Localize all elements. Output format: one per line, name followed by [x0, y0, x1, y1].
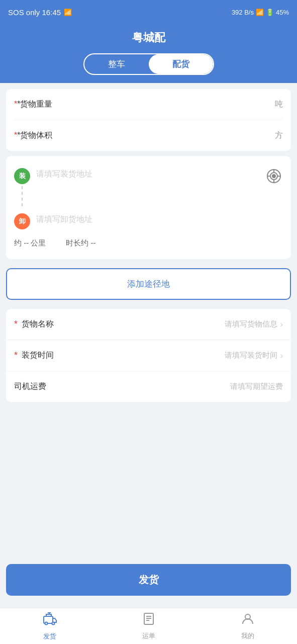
- distance-text: 约 -- 公里: [14, 238, 46, 248]
- nav-orders-label: 运单: [142, 631, 155, 640]
- driver-fee-label: 司机运费: [14, 381, 46, 392]
- load-time-row[interactable]: * 装货时间 请填写装货时间 ›: [6, 340, 291, 371]
- tab-container: 整车 配货: [0, 53, 297, 83]
- load-time-required: *: [14, 350, 18, 361]
- weight-row[interactable]: **货物重量 吨: [14, 89, 283, 120]
- app-header: 粤城配: [0, 24, 297, 53]
- unload-address-row: 卸 请填写卸货地址: [14, 209, 283, 231]
- info-card: * 货物名称 请填写货物信息 › * 装货时间 请填写装货时间 › 司机运费: [6, 309, 291, 402]
- driver-fee-row[interactable]: 司机运费 请填写期望运费: [6, 371, 291, 402]
- submit-area: 发货: [0, 558, 297, 602]
- nav-shipping-label: 发货: [43, 632, 56, 641]
- status-bar: SOS only 16:45 📶 392 B/s 📶 🔋 45%: [0, 0, 297, 24]
- status-right: 392 B/s 📶 🔋 45%: [232, 9, 289, 16]
- volume-row[interactable]: **货物体积 方: [14, 120, 283, 151]
- unload-address-input[interactable]: 请填写卸货地址: [36, 212, 283, 225]
- nav-item-profile[interactable]: 我的: [198, 608, 297, 644]
- load-address-row: 装 请填写装货地址: [14, 164, 283, 209]
- unload-address-placeholder: 请填写卸货地址: [36, 213, 92, 223]
- weight-unit: 吨: [275, 99, 283, 110]
- cargo-name-required: *: [14, 319, 18, 330]
- load-badge: 装: [14, 168, 30, 184]
- load-time-label: * 装货时间: [14, 350, 54, 361]
- driver-fee-label-text: 司机运费: [14, 381, 46, 392]
- volume-label-text: *货物体积: [17, 131, 52, 139]
- battery-level: 45%: [276, 9, 289, 16]
- volume-unit: 方: [275, 130, 283, 141]
- main-content: **货物重量 吨 **货物体积 方 装 请填写装货地址: [0, 83, 297, 608]
- load-time-value: 请填写装货时间 ›: [225, 351, 283, 360]
- nav-item-shipping[interactable]: 发货: [0, 608, 99, 644]
- tab-cargo[interactable]: 配货: [149, 54, 213, 74]
- cargo-name-label: * 货物名称: [14, 319, 54, 330]
- nav-shipping-icon: [42, 611, 57, 630]
- address-card: 装 请填写装货地址: [6, 156, 291, 259]
- load-time-placeholder: 请填写装货时间: [225, 351, 277, 360]
- network-speed: 392 B/s: [232, 9, 254, 16]
- driver-fee-value: 请填写期望运费: [230, 382, 283, 391]
- nav-profile-label: 我的: [241, 631, 254, 640]
- status-left: SOS only 16:45 📶: [8, 8, 72, 17]
- submit-button[interactable]: 发货: [6, 564, 291, 596]
- cargo-name-row[interactable]: * 货物名称 请填写货物信息 ›: [6, 309, 291, 340]
- nav-item-orders[interactable]: 运单: [99, 608, 198, 644]
- app-title: 粤城配: [0, 30, 297, 45]
- tab-whole[interactable]: 整车: [84, 54, 149, 74]
- duration-text: 时长约 --: [66, 238, 95, 248]
- wifi-icon: 📶: [256, 9, 264, 16]
- weight-volume-card: **货物重量 吨 **货物体积 方: [6, 89, 291, 151]
- load-time-label-text: 装货时间: [22, 350, 54, 361]
- volume-label: **货物体积: [14, 130, 52, 141]
- distance-row: 约 -- 公里 时长约 --: [14, 231, 283, 251]
- cargo-name-placeholder: 请填写货物信息: [225, 319, 277, 329]
- driver-fee-placeholder: 请填写期望运费: [230, 382, 283, 391]
- load-address-placeholder: 请填写装货地址: [36, 168, 92, 178]
- nav-orders-icon: [142, 612, 156, 629]
- status-text: SOS only 16:45: [8, 8, 61, 17]
- tab-switch: 整车 配货: [83, 53, 214, 75]
- add-waypoint-button[interactable]: 添加途径地: [6, 268, 291, 300]
- svg-point-1: [45, 622, 47, 625]
- weight-label-text: *货物重量: [17, 100, 52, 108]
- weight-label: **货物重量: [14, 99, 52, 110]
- cargo-name-value: 请填写货物信息 ›: [225, 319, 283, 329]
- load-address-input[interactable]: 请填写装货地址: [36, 167, 259, 180]
- connector-line: [22, 186, 23, 206]
- sim-icon: 📶: [64, 9, 72, 16]
- bottom-nav: 发货 运单 我的: [0, 608, 297, 644]
- location-button[interactable]: [265, 167, 283, 185]
- cargo-name-chevron-icon: ›: [280, 320, 283, 329]
- nav-profile-icon: [241, 612, 255, 629]
- spacer: [0, 407, 297, 553]
- svg-point-2: [52, 622, 54, 625]
- location-icon: [266, 169, 281, 184]
- cargo-name-label-text: 货物名称: [22, 319, 54, 330]
- battery-icon: 🔋: [266, 9, 274, 16]
- load-time-chevron-icon: ›: [280, 351, 283, 360]
- unload-badge: 卸: [14, 213, 30, 229]
